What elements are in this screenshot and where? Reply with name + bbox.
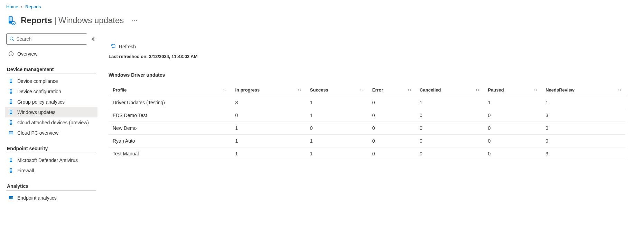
device-icon bbox=[8, 120, 14, 125]
sidebar-item-label: Cloud PC overview bbox=[17, 130, 58, 136]
sidebar-item-label: Cloud attached devices (preview) bbox=[17, 120, 89, 125]
device-icon bbox=[8, 89, 14, 94]
page-title: Reports | Windows updates bbox=[21, 16, 124, 25]
sidebar: Overview Device management Device compli… bbox=[6, 33, 96, 203]
column-header-needs-review[interactable]: NeedsReview ↑↓ bbox=[541, 84, 625, 96]
table-cell: 0 bbox=[541, 122, 625, 135]
sort-icon[interactable]: ↑↓ bbox=[298, 87, 302, 92]
table-row[interactable]: EDS Demo Test010003 bbox=[109, 109, 625, 122]
table-cell: 0 bbox=[368, 96, 416, 109]
search-input[interactable] bbox=[16, 36, 84, 42]
table-cell: 1 bbox=[231, 122, 306, 135]
column-header-paused[interactable]: Paused ↑↓ bbox=[484, 84, 541, 96]
table-cell: 0 bbox=[306, 122, 368, 135]
table-row[interactable]: Test Manual110003 bbox=[109, 147, 625, 160]
table-cell: 0 bbox=[416, 147, 484, 160]
sidebar-item-device-configuration[interactable]: Device configuration bbox=[5, 86, 97, 97]
svg-rect-9 bbox=[10, 79, 12, 82]
svg-rect-15 bbox=[10, 110, 12, 113]
page-title-main: Reports bbox=[21, 16, 52, 25]
sort-icon[interactable]: ↑↓ bbox=[407, 87, 411, 92]
table-cell: New Demo bbox=[109, 122, 231, 135]
column-header-in-progress[interactable]: In progress ↑↓ bbox=[231, 84, 306, 96]
table-cell: 1 bbox=[541, 96, 625, 109]
column-header-cancelled[interactable]: Cancelled ↑↓ bbox=[416, 84, 484, 96]
table-cell: 3 bbox=[541, 109, 625, 122]
refresh-button[interactable]: Refresh bbox=[109, 42, 138, 51]
table-cell: 0 bbox=[368, 109, 416, 122]
section-title: Windows Driver updates bbox=[109, 72, 625, 78]
column-header-error[interactable]: Error ↑↓ bbox=[368, 84, 416, 96]
table-cell: 0 bbox=[368, 122, 416, 135]
column-label: Profile bbox=[113, 87, 127, 93]
sidebar-item-overview[interactable]: Overview bbox=[5, 49, 97, 59]
table-cell: Driver Updates (Testing) bbox=[109, 96, 231, 109]
svg-point-3 bbox=[10, 37, 13, 40]
table-cell: 0 bbox=[368, 147, 416, 160]
column-label: Success bbox=[310, 87, 328, 93]
table-row[interactable]: Ryan Auto110000 bbox=[109, 135, 625, 147]
table-cell: Test Manual bbox=[109, 147, 231, 160]
sort-icon[interactable]: ↑↓ bbox=[223, 87, 227, 92]
sort-icon[interactable]: ↑↓ bbox=[475, 87, 479, 92]
svg-rect-17 bbox=[10, 121, 12, 124]
divider bbox=[6, 74, 96, 74]
table-cell: 0 bbox=[416, 135, 484, 147]
collapse-sidebar-button[interactable] bbox=[91, 37, 96, 41]
sidebar-item-endpoint-analytics[interactable]: Endpoint analytics bbox=[5, 193, 97, 203]
table-row[interactable]: Driver Updates (Testing)310111 bbox=[109, 96, 625, 109]
sidebar-item-firewall[interactable]: Firewall bbox=[5, 165, 97, 176]
page-title-sep: | bbox=[54, 16, 56, 25]
sidebar-section-analytics: Analytics bbox=[7, 183, 95, 189]
table-cell: 1 bbox=[306, 135, 368, 147]
column-label: In progress bbox=[235, 87, 260, 93]
last-refreshed-label: Last refreshed on: bbox=[109, 54, 148, 59]
chevron-right-icon: › bbox=[21, 4, 22, 9]
svg-rect-23 bbox=[10, 169, 12, 172]
table-cell: 0 bbox=[541, 135, 625, 147]
table-cell: 1 bbox=[416, 96, 484, 109]
table-row[interactable]: New Demo100000 bbox=[109, 122, 625, 135]
table-cell: 0 bbox=[368, 135, 416, 147]
device-icon bbox=[8, 168, 14, 173]
table-cell: 0 bbox=[484, 122, 541, 135]
table-cell: 0 bbox=[416, 109, 484, 122]
column-header-profile[interactable]: Profile ↑↓ bbox=[109, 84, 231, 96]
sidebar-item-label: Device configuration bbox=[17, 89, 61, 94]
table-cell: 3 bbox=[231, 96, 306, 109]
sidebar-item-label: Endpoint analytics bbox=[17, 195, 57, 201]
table-cell: 0 bbox=[484, 135, 541, 147]
svg-rect-25 bbox=[10, 198, 10, 199]
sidebar-item-windows-updates[interactable]: Windows updates bbox=[5, 107, 97, 117]
driver-updates-table: Profile ↑↓ In progress ↑↓ Success ↑↓ E bbox=[109, 84, 625, 160]
column-header-success[interactable]: Success ↑↓ bbox=[306, 84, 368, 96]
column-label: Cancelled bbox=[420, 87, 441, 93]
svg-rect-1 bbox=[9, 17, 12, 21]
sidebar-item-group-policy-analytics[interactable]: Group policy analytics bbox=[5, 97, 97, 107]
last-refreshed: Last refreshed on: 3/12/2024, 11:43:02 A… bbox=[109, 54, 625, 59]
sidebar-item-cloud-pc-overview[interactable]: Cloud PC overview bbox=[5, 128, 97, 138]
sidebar-item-label: Device compliance bbox=[17, 78, 58, 84]
table-cell: 1 bbox=[306, 147, 368, 160]
table-cell: 1 bbox=[231, 135, 306, 147]
breadcrumb-reports[interactable]: Reports bbox=[25, 4, 41, 9]
more-actions-button[interactable]: ··· bbox=[129, 17, 140, 24]
refresh-label: Refresh bbox=[119, 44, 136, 49]
device-icon bbox=[8, 78, 14, 84]
svg-rect-21 bbox=[10, 158, 12, 161]
svg-rect-13 bbox=[10, 100, 12, 103]
breadcrumb-home[interactable]: Home bbox=[6, 4, 18, 9]
table-cell: 0 bbox=[416, 122, 484, 135]
sidebar-item-device-compliance[interactable]: Device compliance bbox=[5, 76, 97, 86]
sidebar-item-defender-antivirus[interactable]: Microsoft Defender Antivirus bbox=[5, 155, 97, 165]
sort-icon[interactable]: ↑↓ bbox=[617, 87, 621, 92]
table-cell: 0 bbox=[231, 109, 306, 122]
table-cell: 1 bbox=[306, 96, 368, 109]
sort-icon[interactable]: ↑↓ bbox=[360, 87, 364, 92]
reports-icon bbox=[6, 16, 16, 25]
info-icon bbox=[8, 51, 14, 57]
sort-icon[interactable]: ↑↓ bbox=[533, 87, 537, 92]
table-cell: EDS Demo Test bbox=[109, 109, 231, 122]
sidebar-item-cloud-attached-devices[interactable]: Cloud attached devices (preview) bbox=[5, 117, 97, 128]
search-input-wrap[interactable] bbox=[6, 33, 87, 45]
